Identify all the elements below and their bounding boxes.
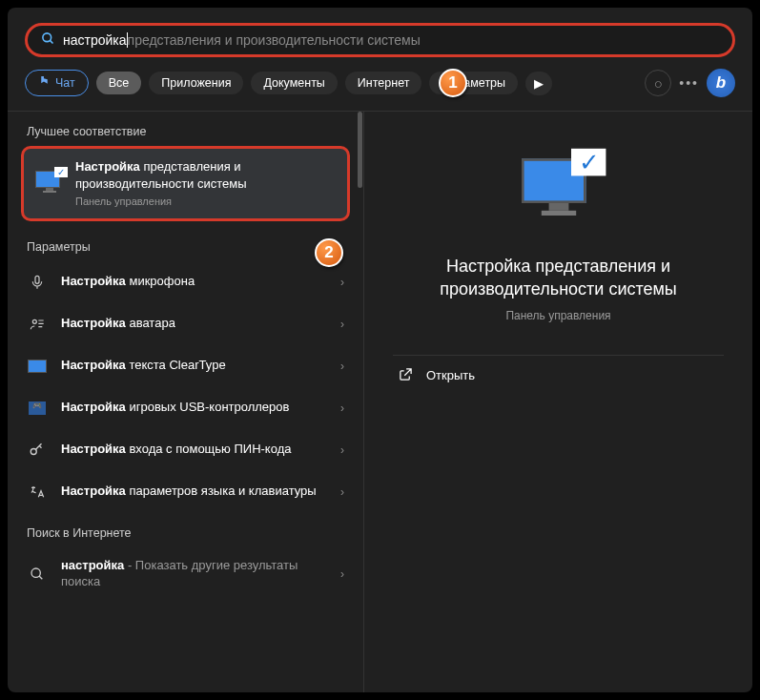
detail-subtitle: Панель управления: [505, 309, 610, 322]
best-match-item[interactable]: ✓ Настройка представления и производител…: [21, 146, 350, 221]
bing-icon[interactable]: b: [707, 69, 735, 97]
result-avatar[interactable]: Настройка аватара ›: [8, 303, 363, 345]
tab-apps[interactable]: Приложения: [149, 72, 243, 94]
key-icon: [27, 440, 48, 461]
open-action[interactable]: Открыть: [393, 355, 724, 396]
game-controller-icon: 🎮: [27, 398, 48, 419]
svg-point-5: [31, 568, 40, 577]
chevron-right-icon: ›: [340, 567, 344, 581]
svg-rect-2: [35, 276, 39, 283]
account-circle[interactable]: ○: [645, 70, 671, 96]
annotation-badge-1: 1: [439, 69, 467, 97]
avatar-settings-icon: [27, 314, 48, 335]
chevron-right-icon: ›: [340, 443, 344, 457]
detail-app-icon: ✓: [544, 150, 573, 232]
open-label: Открыть: [426, 368, 475, 382]
tab-documents[interactable]: Документы: [251, 72, 337, 94]
filter-tabs: Чат Все Приложения Документы Интернет Па…: [8, 69, 752, 111]
search-typed-text: настройка: [63, 32, 127, 48]
detail-pane: ✓ Настройка представления и производител…: [364, 112, 752, 692]
scrollbar[interactable]: [358, 112, 362, 188]
svg-point-3: [32, 319, 36, 323]
svg-line-1: [50, 40, 52, 43]
search-icon: [41, 31, 55, 49]
svg-line-6: [39, 576, 42, 579]
section-best-match: Лучшее соответствие: [8, 112, 363, 146]
bing-chat-icon: [38, 75, 51, 91]
search-input[interactable]: настройка представления и производительн…: [25, 23, 735, 57]
result-cleartype[interactable]: Настройка текста ClearType ›: [8, 345, 363, 387]
more-options-icon[interactable]: •••: [679, 75, 699, 91]
svg-point-4: [31, 448, 36, 454]
language-icon: [27, 482, 48, 503]
results-pane: Лучшее соответствие ✓ Настройка представ…: [8, 112, 364, 692]
result-language-keyboard[interactable]: Настройка параметров языка и клавиатуры …: [8, 471, 363, 513]
search-icon: [27, 564, 48, 585]
tab-internet[interactable]: Интернет: [345, 72, 422, 94]
result-web-search[interactable]: настройка - Показать другие результаты п…: [8, 547, 363, 601]
section-web-search: Поиск в Интернете: [8, 513, 363, 547]
chevron-right-icon: ›: [340, 360, 344, 373]
open-external-icon: [399, 367, 413, 384]
chevron-right-icon: ›: [340, 276, 344, 289]
microphone-icon: [27, 272, 48, 293]
tab-next[interactable]: ▶: [525, 72, 552, 95]
chevron-right-icon: ›: [340, 485, 344, 499]
result-microphone[interactable]: Настройка микрофона ›: [8, 261, 363, 303]
cleartype-icon: [27, 356, 48, 377]
tab-all[interactable]: Все: [96, 72, 142, 94]
annotation-badge-2: 2: [315, 238, 343, 267]
tab-chat[interactable]: Чат: [25, 70, 89, 96]
tab-chat-label: Чат: [55, 76, 75, 90]
performance-options-icon: ✓: [35, 171, 64, 196]
result-pin-signin[interactable]: Настройка входа с помощью ПИН-кода ›: [8, 429, 363, 471]
result-usb-controllers[interactable]: 🎮 Настройка игровых USB-контроллеров ›: [8, 387, 363, 429]
chevron-right-icon: ›: [340, 318, 344, 331]
detail-title: Настройка представления и производительн…: [393, 255, 724, 301]
svg-point-0: [43, 33, 51, 42]
search-autocomplete-hint: представления и производительности систе…: [128, 32, 421, 48]
best-match-text: Настройка представления и производительн…: [75, 158, 336, 209]
section-parameters: Параметры: [8, 227, 363, 261]
chevron-right-icon: ›: [340, 401, 344, 415]
